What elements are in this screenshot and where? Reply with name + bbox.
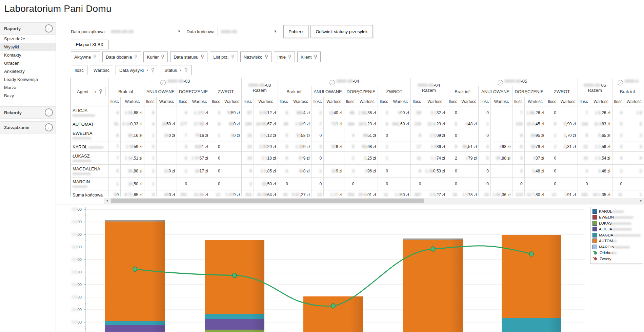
month-group-header-3[interactable]: ↓0000-00-05	[447, 78, 578, 86]
sidebar-item-leady-konwersja[interactable]: Leady Konwersja	[0, 75, 56, 83]
month-group-header-partial[interactable]: ↓0000-0	[612, 78, 644, 86]
filter-pin-icon[interactable]	[231, 55, 235, 60]
pivot-value-cell: 19,50 zł	[121, 178, 144, 190]
collapse-month-icon[interactable]: ↓	[617, 79, 624, 86]
scroll-right-arrow-icon[interactable]: ►	[638, 198, 644, 203]
sort-asc-icon[interactable]: ▲	[146, 69, 149, 72]
sidebar-item-ankieterzy[interactable]: Ankieterzy	[0, 67, 56, 75]
filter-pin-icon[interactable]	[288, 55, 291, 60]
pivot-value-cell: 4	[177, 106, 189, 119]
pivot-value-cell: 8	[278, 142, 290, 152]
sidebar-item-utraceni[interactable]: Utraceni	[0, 59, 56, 67]
pivot-value-cell: 68,16 zł	[121, 129, 144, 142]
chevron-down-icon[interactable]: ▼	[177, 29, 181, 33]
row-field-agent[interactable]: Agent▲	[74, 87, 105, 96]
column-field-data-wysyłki[interactable]: Data wysyłki▲	[116, 65, 158, 75]
collapse-month-icon[interactable]: ↓	[328, 79, 336, 86]
pivot-value-cell	[222, 178, 242, 190]
pivot-value-cell: 2	[242, 178, 254, 190]
date-end-combobox[interactable]: 0000-00 ▼	[218, 27, 279, 36]
measure-field-ilość[interactable]: Ilość	[71, 65, 87, 75]
filter-pin-icon[interactable]	[184, 68, 188, 73]
legend-label: KAROLxxxxxx	[599, 209, 624, 213]
filter-chip-list-prz-[interactable]: List prz.	[210, 51, 238, 62]
collapse-month-icon[interactable]: ↓	[159, 79, 167, 86]
sidebar-item-wysyłki[interactable]: Wysyłki	[0, 43, 56, 51]
expand-down-arrow-icon[interactable]: ↓	[45, 108, 53, 117]
sidebar-item-sprzedaże[interactable]: Sprzedaże	[0, 35, 56, 43]
filter-chip-kurier[interactable]: Kurier	[143, 51, 168, 62]
expand-down-arrow-icon[interactable]: ↓	[45, 123, 53, 131]
filter-chip-data-dodania[interactable]: Data dodania	[102, 51, 141, 62]
pivot-value-cell: 287	[411, 190, 423, 197]
column-field-status[interactable]: Status▲	[161, 65, 192, 75]
sort-asc-icon[interactable]: ▲	[179, 69, 182, 72]
filter-chip-nazwisko[interactable]: Nazwisko	[240, 51, 272, 62]
scroll-left-arrow-icon[interactable]: ◄	[104, 198, 110, 203]
pivot-value-cell: 1	[479, 119, 491, 129]
pivot-value-cell: 3	[177, 142, 189, 152]
pivot-value-cell: 57	[242, 106, 254, 119]
pivot-value-cell	[390, 129, 410, 142]
filter-pin-icon[interactable]	[93, 55, 97, 60]
collapse-up-arrow-icon[interactable]: ↑	[45, 24, 53, 33]
sidebar-item-kontakty[interactable]: Kontakty	[0, 51, 56, 59]
pivot-value-cell: 0	[447, 129, 459, 142]
filter-pin-icon[interactable]	[201, 55, 204, 60]
date-start-combobox[interactable]: 0000-00-00 ▼	[108, 27, 183, 36]
pivot-value-cell: 2	[612, 165, 624, 178]
filter-pin-icon[interactable]	[314, 55, 317, 60]
pivot-value-cell	[558, 178, 578, 190]
pivot-value-cell: 2	[624, 129, 644, 142]
export-xlsx-button[interactable]: Eksport XLSX	[71, 40, 108, 49]
filter-pin-icon[interactable]	[151, 68, 155, 73]
pivot-value-cell: 1 578 zł	[459, 190, 479, 197]
agent-row-label: MARCINxxxxxxxx	[71, 178, 109, 190]
pivot-value-cell: 0	[546, 106, 558, 119]
measure-header: Ilość	[177, 97, 189, 106]
pivot-value-cell: 9	[578, 129, 590, 142]
collapse-month-icon[interactable]: ↓	[496, 79, 504, 86]
sort-asc-icon[interactable]: ▲	[94, 90, 97, 93]
measure-header: Wartość	[624, 97, 644, 106]
sidebar-section-label: Zarządzanie	[4, 125, 29, 130]
pivot-value-cell	[324, 152, 344, 165]
sidebar-section-rekordy[interactable]: Rekordy↓	[0, 106, 56, 119]
measure-field-wartość[interactable]: Wartość	[90, 65, 113, 75]
filter-pin-icon[interactable]	[161, 55, 164, 60]
measure-header: Ilość	[311, 97, 324, 106]
sidebar-item-marża[interactable]: Marża	[0, 83, 56, 91]
pivot-value-cell: 5	[278, 129, 290, 142]
measure-header: Wartość	[290, 97, 311, 106]
filter-pin-icon[interactable]	[99, 89, 102, 94]
refresh-statuses-button[interactable]: Odśwież statusy przesyłek	[310, 25, 373, 38]
month-group-header-1[interactable]: ↓0000-00-03	[108, 78, 242, 86]
filter-pin-icon[interactable]	[265, 55, 268, 60]
pivot-value-cell: 2417 zł	[189, 165, 210, 178]
download-button[interactable]: Pobierz	[283, 25, 308, 38]
legend-line-marker-icon	[592, 256, 598, 261]
sidebar-item-bazy[interactable]: Bazy	[0, 91, 56, 100]
scrollbar-thumb[interactable]	[111, 199, 424, 203]
chevron-down-icon[interactable]: ▼	[274, 29, 277, 33]
pivot-value-cell: 3	[624, 142, 644, 152]
horizontal-scrollbar[interactable]: ◄ ►	[104, 198, 644, 204]
pivot-value-cell	[558, 152, 578, 165]
month-group-header-2[interactable]: ↓0000-00-04	[278, 78, 410, 86]
page-title: Laboratorium Pani Domu	[4, 3, 112, 14]
filter-chip-aktywne[interactable]: Aktywne	[71, 51, 100, 62]
pivot-value-cell: 161	[578, 190, 590, 197]
pivot-value-cell: 17	[411, 142, 423, 152]
filter-chip-klient[interactable]: Klient	[297, 51, 321, 62]
filter-chip-data-statusu[interactable]: Data statusu	[170, 51, 207, 62]
filter-chip-imie[interactable]: Imie	[274, 51, 295, 62]
sidebar-section-zarządzanie[interactable]: Zarządzanie↓	[0, 121, 56, 133]
pivot-value-cell: 4851 zł	[356, 129, 378, 142]
pivot-value-cell: 4	[278, 165, 290, 178]
filter-pin-icon[interactable]	[134, 55, 138, 60]
pivot-value-cell: 9	[411, 129, 423, 142]
pivot-value-cell: 59,88 zł	[121, 165, 144, 178]
sidebar-section-raporty[interactable]: Raporty↑	[0, 22, 56, 35]
pivot-value-cell: 201	[177, 190, 189, 197]
measure-header: Ilość	[344, 97, 356, 106]
